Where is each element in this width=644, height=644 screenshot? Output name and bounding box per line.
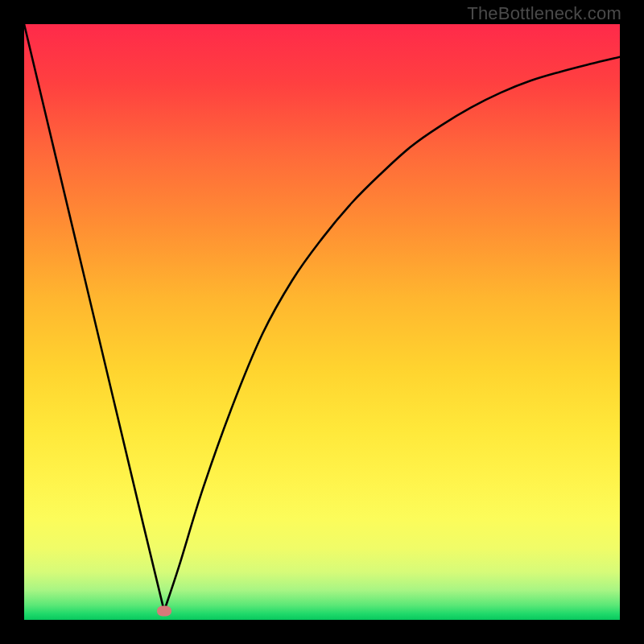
- curve-layer: [24, 24, 620, 620]
- plot-area: [24, 24, 620, 620]
- watermark-text: TheBottleneck.com: [467, 3, 621, 24]
- optimal-point-marker: [157, 605, 171, 616]
- bottleneck-curve-left: [24, 24, 164, 611]
- bottleneck-curve-right: [164, 57, 620, 611]
- chart-frame: TheBottleneck.com: [0, 0, 644, 644]
